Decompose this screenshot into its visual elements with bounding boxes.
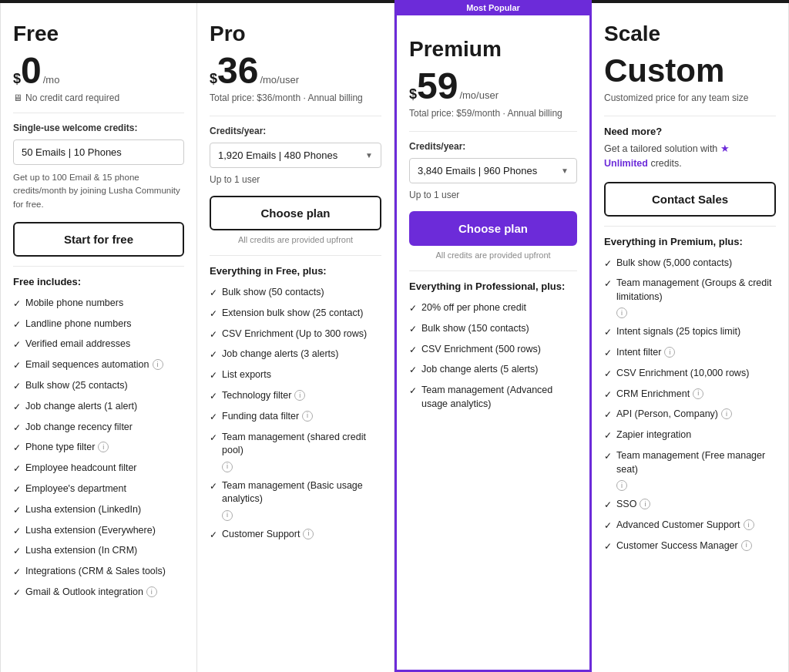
check-icon: ✓ bbox=[604, 326, 612, 339]
price-amount-free: 0 bbox=[21, 52, 42, 89]
check-icon: ✓ bbox=[13, 380, 21, 393]
check-icon: ✓ bbox=[409, 364, 417, 377]
price-suffix-free: /mo bbox=[43, 74, 60, 86]
feature-item: ✓ Verified email addresses bbox=[13, 338, 184, 351]
total-price-premium: Total price: $59/month · Annual billing bbox=[409, 108, 577, 119]
info-icon[interactable]: i bbox=[222, 510, 233, 521]
feature-text: CSV Enrichment (Up to 300 rows) bbox=[222, 328, 367, 341]
feature-item: ✓ Integrations (CRM & Sales tools) bbox=[13, 565, 184, 579]
check-icon: ✓ bbox=[13, 338, 21, 351]
check-icon: ✓ bbox=[409, 302, 417, 315]
info-icon[interactable]: i bbox=[664, 347, 675, 358]
info-icon[interactable]: i bbox=[302, 411, 313, 422]
price-row-pro: $ 36 /mo/user bbox=[210, 52, 381, 89]
feature-text: Advanced Customer Support bbox=[616, 519, 740, 533]
info-icon[interactable]: i bbox=[303, 529, 314, 539]
check-icon: ✓ bbox=[604, 388, 612, 402]
feature-text: CSV Enrichment (500 rows) bbox=[421, 343, 541, 357]
cta-button-premium[interactable]: Choose plan bbox=[409, 211, 577, 246]
feature-text: Intent signals (25 topics limit) bbox=[616, 325, 740, 339]
section-title-premium: Everything in Professional, plus: bbox=[409, 281, 577, 292]
credits-badge-free: 50 Emails | 10 Phones bbox=[13, 139, 184, 165]
feature-text: Technology filter bbox=[222, 389, 291, 403]
credits-dropdown-premium[interactable]: 3,840 Emails | 960 Phones ▼ bbox=[409, 158, 577, 183]
info-icon[interactable]: i bbox=[616, 307, 627, 318]
info-icon[interactable]: i bbox=[741, 540, 752, 551]
check-icon: ✓ bbox=[13, 462, 21, 475]
check-icon: ✓ bbox=[13, 442, 21, 455]
star-icon: ★ bbox=[720, 143, 730, 154]
feature-text: Phone type filter bbox=[25, 441, 95, 455]
feature-item: ✓ Lusha extension (LinkedIn) bbox=[13, 503, 184, 517]
feature-item: ✓ Job change alerts (3 alerts) bbox=[210, 348, 381, 361]
info-icon[interactable]: i bbox=[146, 586, 157, 597]
feature-text: API (Person, Company) bbox=[616, 408, 718, 422]
feature-item: ✓ Bulk show (5,000 contacts) bbox=[604, 257, 776, 270]
check-icon: ✓ bbox=[13, 545, 21, 558]
feature-item: ✓ Lusha extension (In CRM) bbox=[13, 544, 184, 558]
feature-item: ✓ CSV Enrichment (Up to 300 rows) bbox=[210, 328, 381, 341]
info-icon[interactable]: i bbox=[98, 442, 109, 452]
feature-item: ✓ Job change alerts (1 alert) bbox=[13, 400, 184, 414]
feature-list-pro: ✓ Bulk show (50 contacts) ✓ Extension bu… bbox=[210, 286, 381, 541]
price-dollar-pro: $ bbox=[210, 71, 217, 87]
credits-label-premium: Credits/year: bbox=[409, 141, 577, 152]
info-icon[interactable]: i bbox=[693, 388, 703, 399]
section-title-pro: Everything in Free, plus: bbox=[210, 265, 381, 277]
feature-item: ✓ Zapier integration bbox=[604, 428, 776, 442]
feature-text: Mobile phone numbers bbox=[25, 297, 123, 311]
no-card-text-free: 🖥 No credit card required bbox=[13, 92, 184, 103]
info-icon[interactable]: i bbox=[721, 408, 732, 419]
most-popular-badge: Most Popular bbox=[394, 0, 592, 15]
price-suffix-premium: /mo/user bbox=[459, 89, 499, 101]
total-price-pro: Total price: $36/month · Annual billing bbox=[210, 92, 381, 103]
info-icon[interactable]: i bbox=[294, 390, 305, 401]
feature-item: ✓ Employee's department bbox=[13, 482, 184, 496]
check-icon: ✓ bbox=[409, 385, 417, 398]
check-icon: ✓ bbox=[13, 359, 21, 372]
feature-item: ✓ Bulk show (50 contacts) bbox=[210, 286, 381, 300]
price-amount-pro: 36 bbox=[217, 52, 258, 89]
feature-item: ✓ Job change alerts (5 alerts) bbox=[409, 363, 577, 377]
check-icon: ✓ bbox=[210, 328, 217, 341]
feature-text: Lusha extension (LinkedIn) bbox=[25, 503, 141, 517]
divider2-free bbox=[13, 266, 184, 267]
check-icon: ✓ bbox=[604, 277, 612, 291]
info-icon[interactable]: i bbox=[153, 359, 163, 370]
divider-free bbox=[13, 113, 184, 113]
credits-dropdown-pro[interactable]: 1,920 Emails | 480 Phones ▼ bbox=[210, 143, 381, 168]
info-icon[interactable]: i bbox=[640, 499, 650, 509]
check-icon: ✓ bbox=[210, 307, 217, 321]
check-icon: ✓ bbox=[13, 566, 21, 579]
cta-button-scale[interactable]: Contact Sales bbox=[604, 182, 776, 217]
feature-list-scale: ✓ Bulk show (5,000 contacts) ✓ Team mana… bbox=[604, 257, 776, 553]
up-to-user-premium: Up to 1 user bbox=[409, 190, 577, 200]
check-icon: ✓ bbox=[13, 318, 21, 331]
check-icon: ✓ bbox=[13, 525, 21, 538]
feature-text: Employee headcount filter bbox=[25, 462, 137, 475]
info-icon[interactable]: i bbox=[616, 480, 627, 491]
cta-button-pro[interactable]: Choose plan bbox=[210, 196, 381, 230]
feature-item: ✓ Funding data filter i bbox=[210, 410, 381, 424]
feature-item: ✓ Job change recency filter bbox=[13, 421, 184, 435]
feature-item: ✓ CRM Enrichment i bbox=[604, 388, 776, 402]
price-amount-premium: 59 bbox=[417, 68, 458, 105]
check-icon: ✓ bbox=[13, 483, 21, 496]
check-icon: ✓ bbox=[13, 586, 21, 600]
feature-item: ✓ Technology filter i bbox=[210, 389, 381, 403]
feature-text: SSO bbox=[616, 498, 636, 512]
info-icon[interactable]: i bbox=[222, 462, 233, 472]
section-title-free: Free includes: bbox=[13, 276, 184, 287]
scale-desc: Get a tailored solution with ★ Unlimited… bbox=[604, 142, 776, 171]
feature-text: Lusha extension (Everywhere) bbox=[25, 524, 156, 538]
feature-text: Job change alerts (3 alerts) bbox=[222, 348, 338, 361]
feature-item: ✓ Intent signals (25 topics limit) bbox=[604, 325, 776, 339]
section-title-scale: Everything in Premium, plus: bbox=[604, 236, 776, 247]
cta-button-free[interactable]: Start for free bbox=[13, 222, 184, 257]
feature-item: ✓ Team management (Basic usage analytics… bbox=[210, 479, 381, 521]
plan-name-scale: Scale bbox=[604, 22, 776, 46]
info-icon[interactable]: i bbox=[744, 519, 754, 530]
feature-text: Verified email addresses bbox=[25, 338, 130, 351]
check-icon: ✓ bbox=[409, 344, 417, 357]
price-dollar-premium: $ bbox=[409, 86, 417, 102]
